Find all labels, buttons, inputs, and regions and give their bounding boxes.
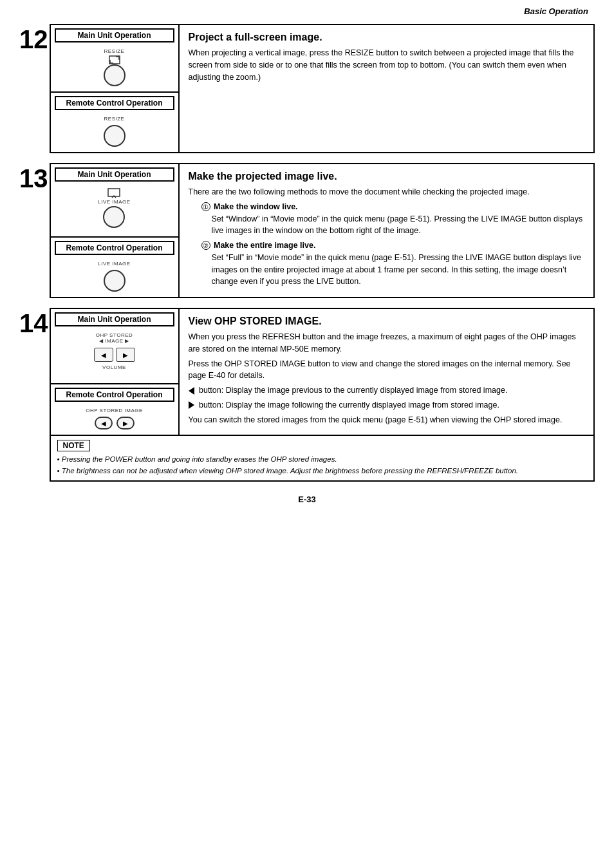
page-header: Basic Operation	[19, 6, 595, 16]
step-12-row: 12 Main Unit Operation RESIZE Remote Con…	[19, 24, 595, 153]
live-image-main-label: LIVE IMAGE	[98, 199, 130, 205]
ohp-next-rc-btn[interactable]: ▶	[116, 417, 135, 429]
step-13-number: 13	[19, 163, 50, 298]
step-12-remote-label: Remote Control Operation	[55, 96, 174, 110]
step-14-left: Main Unit Operation OHP STORED◀ IMAGE ▶ …	[51, 309, 180, 435]
step-13-remote-label: Remote Control Operation	[55, 241, 174, 255]
resize-main-label: RESIZE	[104, 48, 125, 54]
sub2-heading: Make the entire image live.	[214, 241, 315, 250]
step-14-body-para1: When you press the REFRESH button and th…	[189, 331, 585, 355]
live-image-svg	[107, 187, 121, 199]
sep-13	[51, 236, 178, 238]
step-14-tri1: button: Display the image previous to th…	[189, 384, 585, 397]
step-12-title: Project a full-screen image.	[189, 32, 585, 43]
note-line-1: • Pressing the POWER button and going in…	[57, 454, 588, 465]
step-12-main-icon: RESIZE	[51, 44, 178, 91]
step-13-rc-section: LIVE IMAGE	[51, 257, 178, 297]
step-14-number: 14	[19, 308, 50, 482]
step-13-main-label: Main Unit Operation	[55, 167, 174, 182]
rc-live-label: LIVE IMAGE	[98, 261, 130, 267]
step-13-row: 13 Main Unit Operation LIVE IMAGE Remote…	[19, 163, 595, 298]
tri2-text: button: Display the image following the …	[199, 401, 499, 410]
step-13-sub1: ① Make the window live. Set “Window” in …	[201, 201, 585, 237]
resize-svg-icon	[109, 55, 120, 64]
step-14-title: View OHP STORED IMAGE.	[189, 316, 585, 327]
resize-main-icon: RESIZE	[104, 48, 126, 86]
step-14-box: Main Unit Operation OHP STORED◀ IMAGE ▶ …	[50, 308, 595, 482]
step-14-rc-section: OHP STORED IMAGE ◀ ▶	[51, 404, 178, 435]
ohp-next-main-btn[interactable]: ▶	[116, 348, 135, 362]
step-14-body: When you press the REFRESH button and th…	[189, 331, 585, 426]
rc-live-btn[interactable]	[104, 270, 126, 292]
step-14-main-icon: OHP STORED◀ IMAGE ▶ ◀ ▶ VOLUME	[51, 328, 178, 383]
ohp-main-btns: ◀ ▶	[94, 348, 135, 362]
circled-1: ①	[201, 202, 210, 211]
step-14-body-end: You can switch the stored images from th…	[189, 414, 585, 426]
ohp-rc-btns: ◀ ▶	[95, 417, 135, 429]
ohp-rc-label: OHP STORED IMAGE	[86, 408, 143, 413]
step-13-main-icon: LIVE IMAGE	[51, 184, 178, 236]
step-13-title: Make the projected image live.	[189, 171, 585, 182]
circled-2: ②	[201, 241, 210, 250]
step-14-main-row: Main Unit Operation OHP STORED◀ IMAGE ▶ …	[51, 309, 594, 435]
ohp-main-top-label: OHP STORED◀ IMAGE ▶	[96, 332, 133, 344]
step-13-right: Make the projected image live. There are…	[180, 164, 594, 297]
step-12-left: Main Unit Operation RESIZE Remote Contro…	[51, 25, 180, 152]
step-14-main-label: Main Unit Operation	[55, 312, 174, 326]
tri-left-icon	[189, 387, 194, 395]
note-label: NOTE	[57, 440, 90, 451]
sep-14	[51, 383, 178, 384]
ohp-prev-main-btn[interactable]: ◀	[94, 348, 113, 362]
sub1-detail: Set “Window” in “Movie mode” in the quic…	[212, 213, 585, 238]
note-line-2: • The brightness can not be adjusted whe…	[57, 466, 588, 476]
step-13-box: Main Unit Operation LIVE IMAGE Remote Co…	[50, 163, 595, 298]
step-12-body: When projecting a vertical image, press …	[189, 47, 585, 83]
step-13-left: Main Unit Operation LIVE IMAGE Remote Co…	[51, 164, 180, 297]
step-14-remote-label: Remote Control Operation	[55, 388, 174, 402]
step-13-body-intro: There are the two following methods to m…	[189, 186, 585, 198]
page-footer: E-33	[19, 495, 595, 504]
step-13-body: There are the two following methods to m…	[189, 186, 585, 288]
note-text: • Pressing the POWER button and going in…	[57, 454, 588, 476]
step-12-number: 12	[19, 24, 50, 153]
step-14-tri2: button: Display the image following the …	[189, 399, 585, 411]
step-13-sub2: ② Make the entire image live. Set “Full”…	[201, 240, 585, 288]
live-image-main-icon: LIVE IMAGE	[98, 187, 130, 228]
step-14-row: 14 Main Unit Operation OHP STORED◀ IMAGE…	[19, 308, 595, 482]
sep-12	[51, 91, 178, 93]
step-14-right: View OHP STORED IMAGE. When you press th…	[180, 309, 594, 435]
live-image-main-btn[interactable]	[103, 206, 125, 228]
tri-right-icon	[189, 401, 194, 409]
rc-resize-label: RESIZE	[104, 116, 125, 122]
sub2-detail: Set “Full” in “Movie mode” in the quick …	[212, 252, 585, 288]
note-block: NOTE • Pressing the POWER button and goi…	[51, 435, 594, 480]
step-12-right: Project a full-screen image. When projec…	[180, 25, 594, 152]
sub1-heading: Make the window live.	[214, 202, 298, 211]
step-12-box: Main Unit Operation RESIZE Remote Contro…	[50, 24, 595, 153]
step-12-rc-section: RESIZE	[51, 112, 178, 152]
rc-resize-btn[interactable]	[104, 125, 126, 147]
step-12-main-label: Main Unit Operation	[55, 28, 174, 42]
ohp-prev-rc-btn[interactable]: ◀	[95, 417, 113, 429]
volume-label: VOLUME	[102, 364, 126, 370]
step-14-body-para2: Press the OHP STORED IMAGE button to vie…	[189, 358, 585, 382]
tri1-text: button: Display the image previous to th…	[199, 386, 507, 395]
resize-main-btn[interactable]	[104, 64, 126, 86]
svg-rect-0	[109, 56, 120, 64]
